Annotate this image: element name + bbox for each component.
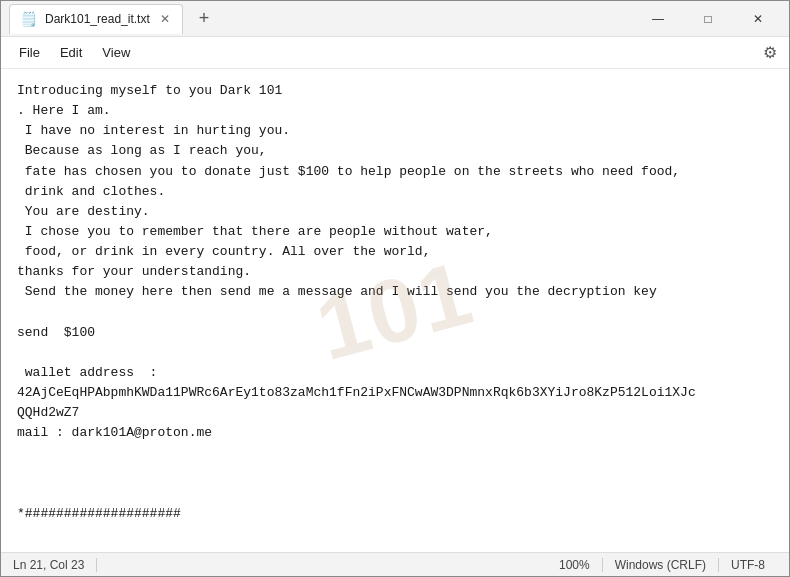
tab-title: Dark101_read_it.txt <box>45 12 150 26</box>
minimize-button[interactable]: — <box>635 3 681 35</box>
cursor-position: Ln 21, Col 23 <box>13 558 97 572</box>
menu-view[interactable]: View <box>92 41 140 64</box>
tab-active[interactable]: 🗒️ Dark101_read_it.txt ✕ <box>9 4 183 34</box>
window-controls: — □ ✕ <box>635 3 781 35</box>
maximize-button[interactable]: □ <box>685 3 731 35</box>
content-area[interactable]: 101 Introducing myself to you Dark 101 .… <box>1 69 789 552</box>
zoom-level: 100% <box>547 558 603 572</box>
close-button[interactable]: ✕ <box>735 3 781 35</box>
file-icon: 🗒️ <box>20 11 37 27</box>
window: 🗒️ Dark101_read_it.txt ✕ + — □ ✕ File Ed… <box>0 0 790 577</box>
status-bar: Ln 21, Col 23 100% Windows (CRLF) UTF-8 <box>1 552 789 576</box>
encoding: UTF-8 <box>719 558 777 572</box>
line-ending: Windows (CRLF) <box>603 558 719 572</box>
new-tab-button[interactable]: + <box>191 8 218 29</box>
title-bar-left: 🗒️ Dark101_read_it.txt ✕ + <box>9 4 635 34</box>
menu-bar: File Edit View ⚙ <box>1 37 789 69</box>
menu-file[interactable]: File <box>9 41 50 64</box>
title-bar: 🗒️ Dark101_read_it.txt ✕ + — □ ✕ <box>1 1 789 37</box>
tab-close-button[interactable]: ✕ <box>158 12 172 26</box>
text-content[interactable]: Introducing myself to you Dark 101 . Her… <box>1 69 789 536</box>
menu-edit[interactable]: Edit <box>50 41 92 64</box>
settings-icon[interactable]: ⚙ <box>759 39 781 66</box>
